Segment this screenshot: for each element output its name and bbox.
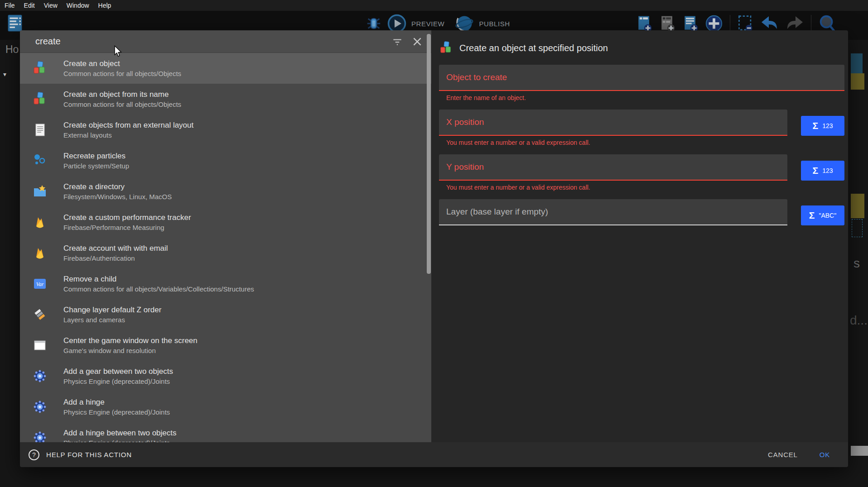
expression-builder-button[interactable]: Σ123	[801, 161, 844, 181]
preview-button[interactable]: PREVIEW	[411, 20, 444, 28]
param-field-row: Object to create	[439, 65, 844, 91]
bg-teal-block	[851, 53, 863, 73]
result-subtitle: Firebase/Authentication	[63, 254, 168, 263]
menu-item-view[interactable]: View	[44, 2, 58, 9]
result-title: Remove a child	[63, 274, 254, 285]
param-field-row: Y positionΣ123	[439, 154, 844, 181]
bg-dashed-box	[852, 219, 863, 237]
filter-icon[interactable]	[391, 36, 403, 48]
expression-type-label: "ABC"	[819, 212, 836, 219]
svg-text:Var: Var	[36, 281, 44, 287]
help-button[interactable]: ? HELP FOR THIS ACTION	[28, 449, 768, 461]
field-error-helper: Enter the name of an object.	[446, 94, 844, 102]
param-input[interactable]: Object to create	[439, 65, 844, 91]
result-title: Recreate particles	[63, 151, 129, 162]
expression-type-label: 123	[822, 167, 833, 174]
result-row[interactable]: Create an objectCommon actions for all o…	[20, 53, 431, 84]
param-input[interactable]: X position	[439, 110, 787, 136]
close-icon[interactable]	[411, 36, 423, 48]
objects-cubes-icon	[33, 92, 47, 106]
expression-builder-button[interactable]: Σ123	[801, 116, 844, 136]
bg-olive-block	[851, 194, 864, 218]
result-text: Recreate particlesParticle system/Setup	[63, 151, 129, 170]
result-text: Add a gear between two objectsPhysics En…	[63, 367, 173, 386]
gear-icon	[33, 430, 47, 442]
result-row[interactable]: Create account with with emailFirebase/A…	[20, 238, 431, 268]
result-subtitle: Physics Engine (deprecated)/Joints	[63, 408, 170, 417]
objects-cubes-icon	[439, 41, 453, 55]
menu-bar: FileEditViewWindowHelp	[0, 0, 868, 11]
redo-icon[interactable]	[785, 14, 805, 33]
result-text: Create a directoryFilesystem/Windows, Li…	[63, 182, 172, 201]
result-text: Remove a childCommon actions for all obj…	[63, 274, 254, 293]
folder-star-icon	[33, 184, 47, 199]
result-title: Add a hinge	[63, 397, 170, 408]
result-row[interactable]: Create a directoryFilesystem/Windows, Li…	[20, 176, 431, 207]
svg-text:?: ?	[32, 451, 36, 458]
result-text: Create objects from an external layoutEx…	[63, 120, 193, 139]
result-title: Create a directory	[63, 182, 172, 192]
result-title: Center the game window on the screen	[63, 336, 198, 346]
objects-cubes-icon	[33, 61, 47, 76]
results-list: Create an objectCommon actions for all o…	[20, 53, 431, 442]
result-row[interactable]: Change layer default Z orderLayers and c…	[20, 299, 431, 330]
result-subtitle: External layouts	[63, 131, 193, 140]
menu-item-window[interactable]: Window	[67, 2, 89, 9]
field-error-helper: You must enter a number or a valid expre…	[446, 184, 844, 191]
bg-olive-block	[851, 73, 864, 90]
result-text: Change layer default Z orderLayers and c…	[63, 305, 161, 324]
field-spacer	[439, 225, 844, 236]
param-input[interactable]: Y position	[439, 154, 787, 181]
publish-button[interactable]: PUBLISH	[479, 20, 510, 28]
result-text: Create a custom performance trackerFireb…	[63, 213, 191, 232]
list-scrollbar[interactable]	[427, 34, 431, 274]
param-fields: Object to createEnter the name of an obj…	[431, 55, 848, 236]
result-row[interactable]: Create objects from an external layoutEx…	[20, 115, 431, 145]
param-field-row: Layer (base layer if empty)Σ"ABC"	[439, 199, 844, 225]
result-title: Create an object	[63, 59, 181, 69]
layers-icon	[33, 307, 47, 322]
gear-icon	[33, 400, 47, 414]
result-title: Create an object from its name	[63, 90, 181, 100]
detail-title: Create an object at specified position	[459, 43, 608, 53]
result-title: Add a gear between two objects	[63, 367, 173, 377]
chevron-down-icon[interactable]: ▾	[3, 71, 6, 78]
sigma-icon: Σ	[813, 120, 819, 131]
result-text: Create account with with emailFirebase/A…	[63, 244, 168, 263]
field-error-helper: You must enter a number or a valid expre…	[446, 139, 844, 147]
result-subtitle: Common actions for all objects/Objects	[63, 69, 181, 78]
result-row[interactable]: Recreate particlesParticle system/Setup	[20, 145, 431, 176]
ok-button[interactable]: OK	[820, 451, 830, 458]
result-title: Create account with with email	[63, 244, 168, 254]
bg-scrollbar-fragment[interactable]	[851, 446, 868, 456]
result-row[interactable]: Create a custom performance trackerFireb…	[20, 207, 431, 238]
result-row[interactable]: Add a gear between two objectsPhysics En…	[20, 361, 431, 392]
result-subtitle: Filesystem/Windows, Linux, MacOS	[63, 192, 172, 201]
result-row[interactable]: Add a hinge between two objectsPhysics E…	[20, 422, 431, 442]
home-tab-partial[interactable]: Ho	[5, 43, 19, 56]
expression-builder-button[interactable]: Σ"ABC"	[801, 205, 844, 225]
sigma-icon: Σ	[809, 210, 815, 221]
result-title: Create objects from an external layout	[63, 120, 193, 131]
cancel-button[interactable]: CANCEL	[768, 451, 798, 458]
undo-icon[interactable]	[760, 14, 780, 33]
menu-item-help[interactable]: Help	[98, 2, 111, 9]
result-subtitle: Common actions for all objects/Variables…	[63, 285, 254, 294]
dialog-footer: ? HELP FOR THIS ACTION CANCEL OK	[20, 442, 848, 467]
result-subtitle: Physics Engine (deprecated)/Joints	[63, 439, 177, 442]
result-row[interactable]: Center the game window on the screenGame…	[20, 330, 431, 361]
action-list-pane: Create an objectCommon actions for all o…	[20, 30, 431, 442]
param-input[interactable]: Layer (base layer if empty)	[439, 199, 787, 225]
result-row[interactable]: Create an object from its nameCommon act…	[20, 84, 431, 115]
result-text: Add a hinge between two objectsPhysics E…	[63, 428, 177, 442]
expression-type-label: 123	[822, 122, 833, 129]
result-row[interactable]: VarRemove a childCommon actions for all …	[20, 268, 431, 299]
menu-item-file[interactable]: File	[5, 2, 15, 9]
bg-edge-text: d...	[850, 313, 868, 328]
search-input[interactable]	[35, 36, 383, 47]
result-title: Add a hinge between two objects	[63, 428, 177, 439]
menu-item-edit[interactable]: Edit	[24, 2, 35, 9]
action-detail-pane: Create an object at specified position O…	[431, 30, 848, 442]
sigma-icon: Σ	[813, 165, 819, 176]
result-row[interactable]: Add a hingePhysics Engine (deprecated)/J…	[20, 392, 431, 422]
